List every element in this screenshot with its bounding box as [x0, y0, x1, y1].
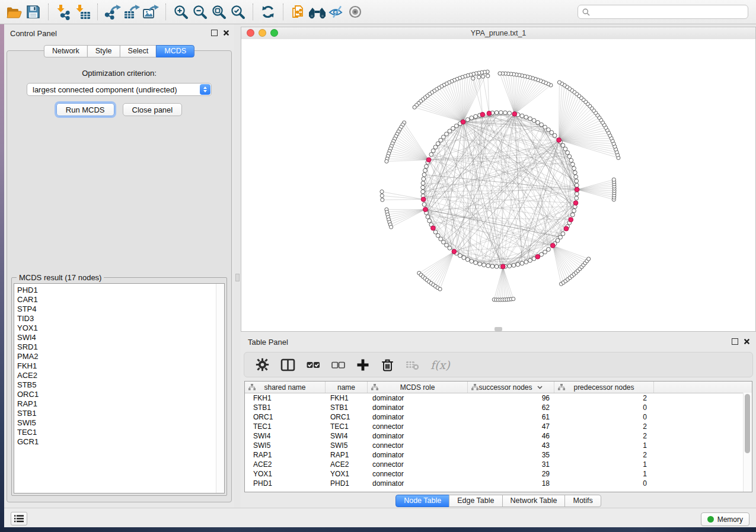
delete-column-icon[interactable]: [381, 357, 394, 373]
save-icon[interactable]: [24, 3, 43, 21]
export-image-icon[interactable]: [141, 3, 160, 21]
table-row[interactable]: FKH1FKH1dominator962: [245, 393, 752, 403]
cell-predecessor-nodes[interactable]: 0: [554, 413, 654, 421]
float-table-panel-icon[interactable]: [732, 338, 738, 345]
cell-shared-name[interactable]: SWI4: [245, 432, 326, 440]
cell-predecessor-nodes[interactable]: 2: [554, 432, 654, 440]
split-columns-icon[interactable]: [280, 357, 295, 373]
tab-mcds[interactable]: MCDS: [156, 45, 194, 57]
tab-style[interactable]: Style: [87, 45, 120, 57]
mcds-result-item[interactable]: ACE2: [14, 371, 224, 380]
mcds-result-item[interactable]: YOX1: [14, 323, 224, 333]
cell-mcds-role[interactable]: connector: [368, 460, 468, 469]
cell-shared-name[interactable]: PHD1: [245, 479, 326, 488]
close-panel-icon[interactable]: [223, 30, 229, 36]
column-header-name[interactable]: name: [326, 382, 368, 393]
gear-icon[interactable]: [256, 357, 269, 373]
add-column-icon[interactable]: [356, 357, 369, 373]
export-network-icon[interactable]: [103, 3, 122, 21]
mcds-result-item[interactable]: STB5: [14, 380, 224, 390]
vertical-splitter[interactable]: [234, 24, 241, 508]
memory-button[interactable]: Memory: [701, 512, 749, 526]
cell-mcds-role[interactable]: connector: [368, 441, 468, 450]
tab-node-table[interactable]: Node Table: [395, 495, 449, 507]
zoom-fit-icon[interactable]: [209, 3, 228, 21]
table-row[interactable]: STB1STB1dominator620: [245, 403, 752, 412]
table-row[interactable]: SWI4SWI4dominator462: [245, 431, 752, 441]
cell-mcds-role[interactable]: dominator: [368, 479, 468, 488]
cell-shared-name[interactable]: FKH1: [245, 394, 326, 402]
cell-successor-nodes[interactable]: 61: [468, 413, 554, 421]
deselect-all-icon[interactable]: [331, 357, 345, 373]
cell-successor-nodes[interactable]: 18: [468, 479, 554, 488]
import-network-icon[interactable]: [54, 3, 73, 21]
splitter-handle[interactable]: [235, 274, 240, 281]
cell-predecessor-nodes[interactable]: 1: [554, 460, 654, 469]
cell-predecessor-nodes[interactable]: 0: [554, 479, 654, 488]
cell-predecessor-nodes[interactable]: 1: [554, 441, 654, 450]
mcds-result-item[interactable]: ORC1: [14, 390, 224, 399]
cell-predecessor-nodes[interactable]: 2: [554, 451, 654, 459]
run-mcds-button[interactable]: Run MCDS: [56, 103, 114, 116]
cell-mcds-role[interactable]: connector: [368, 422, 468, 431]
mcds-result-item[interactable]: SRD1: [14, 342, 224, 352]
cell-name[interactable]: FKH1: [326, 394, 368, 402]
cell-successor-nodes[interactable]: 35: [468, 451, 554, 459]
export-table-icon[interactable]: [122, 3, 141, 21]
tab-select[interactable]: Select: [120, 45, 157, 57]
close-table-panel-icon[interactable]: [744, 338, 750, 345]
table-row[interactable]: YOX1YOX1connector291: [245, 469, 752, 479]
mcds-result-item[interactable]: STB1: [14, 409, 224, 418]
cell-name[interactable]: RAP1: [326, 451, 368, 459]
column-header-predecessor-nodes[interactable]: predecessor nodes: [554, 382, 654, 393]
cell-successor-nodes[interactable]: 29: [468, 470, 554, 478]
hide-details-icon[interactable]: [327, 3, 346, 21]
cell-predecessor-nodes[interactable]: 0: [554, 403, 654, 412]
tab-motifs[interactable]: Motifs: [564, 495, 601, 507]
minimize-window-icon[interactable]: [259, 29, 266, 37]
mcds-result-item[interactable]: PMA2: [14, 352, 224, 361]
cell-mcds-role[interactable]: dominator: [368, 413, 468, 421]
cell-mcds-role[interactable]: connector: [368, 470, 468, 478]
cell-mcds-role[interactable]: dominator: [368, 394, 468, 402]
search-field[interactable]: [578, 5, 748, 19]
search-input[interactable]: [593, 7, 744, 17]
cell-predecessor-nodes[interactable]: 1: [554, 470, 654, 478]
table-row[interactable]: ACE2ACE2connector311: [245, 460, 752, 469]
mcds-result-item[interactable]: CAR1: [14, 295, 224, 305]
table-row[interactable]: ORC1ORC1dominator610: [245, 412, 752, 422]
maximize-window-icon[interactable]: [270, 29, 278, 37]
first-neighbors-icon[interactable]: [308, 3, 327, 21]
column-header-shared-name[interactable]: shared name: [245, 382, 326, 393]
cell-name[interactable]: SWI5: [326, 441, 368, 450]
cell-name[interactable]: STB1: [326, 403, 368, 412]
mcds-result-item[interactable]: FKH1: [14, 361, 224, 371]
close-panel-button[interactable]: Close panel: [123, 103, 183, 116]
table-row[interactable]: RAP1RAP1dominator352: [245, 450, 752, 460]
cell-shared-name[interactable]: ACE2: [245, 460, 326, 469]
mcds-result-item[interactable]: SWI4: [14, 333, 224, 342]
cell-shared-name[interactable]: RAP1: [245, 451, 326, 459]
cell-mcds-role[interactable]: dominator: [368, 432, 468, 440]
table-scrollbar-thumb[interactable]: [745, 394, 750, 453]
result-list-scrollbar[interactable]: [216, 284, 224, 493]
cell-name[interactable]: ORC1: [326, 413, 368, 421]
cell-successor-nodes[interactable]: 43: [468, 441, 554, 450]
column-header-MCDS-role[interactable]: MCDS role: [368, 382, 468, 393]
criterion-dropdown[interactable]: largest connected component (undirected): [27, 83, 212, 96]
cell-shared-name[interactable]: TEC1: [245, 422, 326, 431]
cell-shared-name[interactable]: STB1: [245, 403, 326, 412]
cell-name[interactable]: PHD1: [326, 479, 368, 488]
column-header-successor-nodes[interactable]: successor nodes: [468, 382, 554, 393]
mcds-result-item[interactable]: TEC1: [14, 428, 224, 437]
mcds-result-item[interactable]: SWI5: [14, 418, 224, 428]
import-table-icon[interactable]: [73, 3, 92, 21]
cell-name[interactable]: SWI4: [326, 432, 368, 440]
close-window-icon[interactable]: [247, 29, 254, 37]
cell-predecessor-nodes[interactable]: 2: [554, 394, 654, 402]
table-scrollbar[interactable]: [743, 393, 752, 492]
network-graph[interactable]: [241, 39, 755, 331]
cell-name[interactable]: YOX1: [326, 470, 368, 478]
open-folder-icon[interactable]: [5, 3, 24, 21]
mcds-result-item[interactable]: STP4: [14, 305, 224, 314]
